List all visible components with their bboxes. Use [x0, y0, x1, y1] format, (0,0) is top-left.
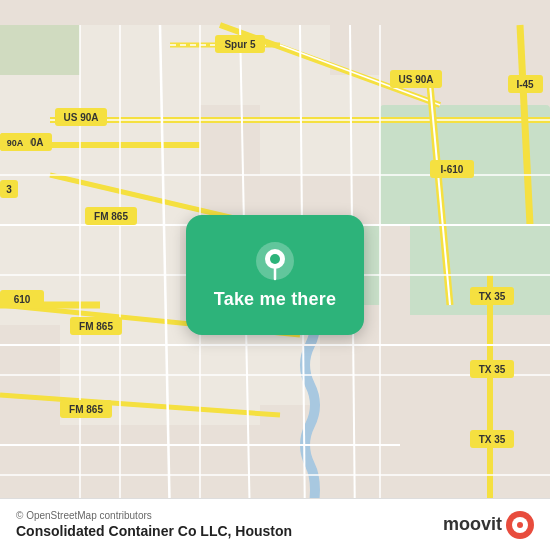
- svg-text:TX 35: TX 35: [479, 434, 506, 445]
- take-me-there-button[interactable]: Take me there: [214, 289, 336, 310]
- svg-text:US 90A: US 90A: [63, 112, 98, 123]
- moovit-logo: moovit: [443, 511, 534, 539]
- bottom-left-section: © OpenStreetMap contributors Consolidate…: [16, 510, 292, 539]
- svg-rect-10: [260, 75, 380, 175]
- moovit-dot: [517, 522, 523, 528]
- svg-text:90A: 90A: [7, 138, 24, 148]
- moovit-text: moovit: [443, 514, 502, 535]
- svg-text:3: 3: [6, 184, 12, 195]
- svg-text:TX 35: TX 35: [479, 291, 506, 302]
- take-me-there-overlay: Take me there: [186, 215, 364, 335]
- action-card: Take me there: [186, 215, 364, 335]
- map-container: Spur 5 US 90A US 90A US 90A 90A I-610 I-…: [0, 0, 550, 550]
- map-attribution: © OpenStreetMap contributors: [16, 510, 292, 521]
- location-pin-icon: [255, 241, 295, 281]
- svg-text:Spur 5: Spur 5: [224, 39, 256, 50]
- svg-text:US 90A: US 90A: [398, 74, 433, 85]
- bottom-bar: © OpenStreetMap contributors Consolidate…: [0, 498, 550, 550]
- svg-text:FM 865: FM 865: [94, 211, 128, 222]
- svg-text:I-610: I-610: [441, 164, 464, 175]
- place-name-label: Consolidated Container Co LLC, Houston: [16, 523, 292, 539]
- svg-text:TX 35: TX 35: [479, 364, 506, 375]
- moovit-icon: [506, 511, 534, 539]
- svg-text:610: 610: [14, 294, 31, 305]
- svg-text:I-45: I-45: [516, 79, 534, 90]
- svg-point-73: [270, 254, 280, 264]
- svg-text:FM 865: FM 865: [69, 404, 103, 415]
- moovit-icon-inner: [512, 517, 528, 533]
- svg-text:FM 865: FM 865: [79, 321, 113, 332]
